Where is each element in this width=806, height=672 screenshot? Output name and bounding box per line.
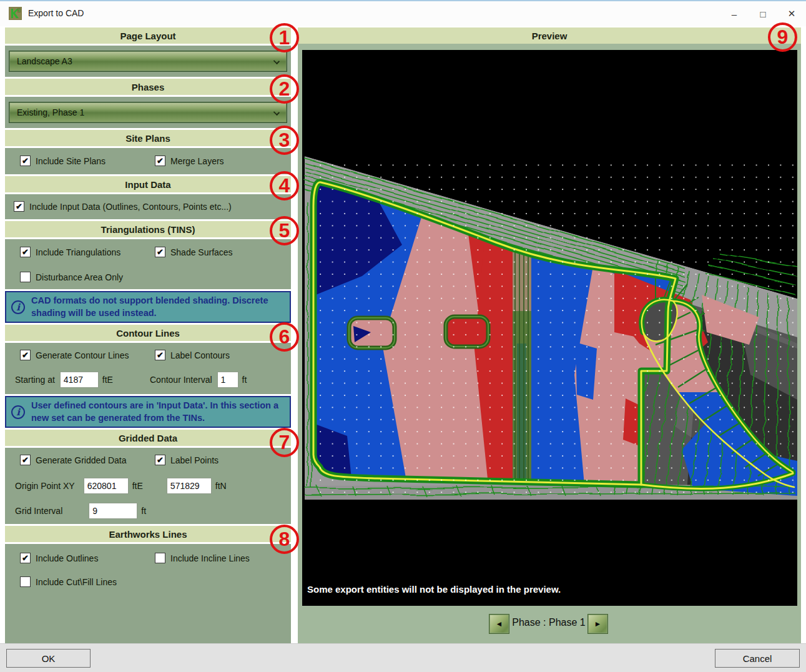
page-layout-value: Landscape A3 [17,56,72,66]
page-layout-dropdown[interactable]: Landscape A3 [9,51,287,72]
contour-interval-input[interactable] [217,372,238,388]
section-header-site-plans: Site Plans [5,130,291,146]
starting-at-label: Starting at [15,375,55,385]
preview-map [302,50,797,606]
include-incline-lines-checkbox[interactable] [155,553,165,563]
include-cutfill-lines-checkbox[interactable] [20,576,31,587]
svg-text:3: 3 [18,8,21,12]
contours-info-text: User defined contours are in 'Input Data… [31,400,285,424]
label-points-label: Label Points [170,455,219,465]
starting-at-input[interactable] [60,372,99,388]
annotation-7: 7 [270,428,299,457]
generate-gridded-data-checkbox[interactable]: ✔ [20,455,31,465]
settings-panel: Page Layout Landscape A3 Phases Existing… [5,27,291,643]
shade-surfaces-checkbox[interactable]: ✔ [155,247,165,257]
title-bar: 3 Export to CAD – □ ✕ [0,1,806,26]
section-header-earthworks: Earthworks Lines [5,526,291,542]
chevron-down-icon [273,58,280,64]
starting-at-unit: ftE [102,375,113,385]
ok-button[interactable]: OK [6,649,91,668]
origin-x-input[interactable] [84,478,129,494]
phases-dropdown[interactable]: Existing, Phase 1 [9,102,287,123]
window-title: Export to CAD [28,8,84,18]
info-icon: i [11,405,25,419]
maximize-icon[interactable]: □ [749,1,777,26]
shading-info-box: i CAD formats do not support blended sha… [5,291,291,323]
phase-bar: ◄ Phase : Phase 1 ► [298,606,801,643]
contour-interval-unit: ft [242,375,247,385]
annotation-1: 1 [270,23,299,52]
export-to-cad-dialog: 3 Export to CAD – □ ✕ Page Layout Landsc… [0,0,806,672]
annotation-9: 9 [768,22,797,52]
include-incline-lines-label: Include Incline Lines [170,553,250,563]
disturbance-area-only-checkbox[interactable] [20,272,31,282]
label-contours-checkbox[interactable]: ✔ [155,350,165,360]
minimize-icon[interactable]: – [720,1,749,26]
arrow-right-icon: ► [594,620,602,628]
annotation-2: 2 [270,74,299,104]
section-header-page-layout: Page Layout [5,27,291,44]
origin-y-input[interactable] [167,478,212,494]
annotation-3: 3 [270,126,299,155]
generate-gridded-data-label: Generate Gridded Data [36,455,127,465]
origin-x-unit: ftE [132,481,143,491]
phase-label: Phase : Phase 1 [500,617,597,628]
include-triangulations-checkbox[interactable]: ✔ [20,247,31,257]
contours-info-box: i User defined contours are in 'Input Da… [5,396,291,428]
grid-interval-unit: ft [141,506,146,516]
include-cutfill-lines-label: Include Cut\Fill Lines [36,577,117,587]
preview-canvas: Some export entities will not be display… [302,50,797,606]
preview-note: Some export entities will not be display… [307,584,561,595]
label-contours-label: Label Contours [170,350,230,360]
chevron-down-icon [273,109,280,116]
annotation-8: 8 [270,525,299,554]
include-outlines-label: Include Outlines [36,553,98,563]
include-site-plans-checkbox[interactable]: ✔ [20,156,31,166]
label-points-checkbox[interactable]: ✔ [155,455,165,465]
generate-contour-lines-checkbox[interactable]: ✔ [20,350,31,360]
include-site-plans-label: Include Site Plans [36,156,106,166]
section-header-input-data: Input Data [5,176,291,192]
include-triangulations-label: Include Triangulations [36,247,120,257]
cancel-button[interactable]: Cancel [715,649,800,668]
annotation-4: 4 [270,171,299,200]
contour-interval-label: Contour Interval [150,375,212,385]
section-header-phases: Phases [5,79,291,95]
shade-surfaces-label: Shade Surfaces [170,247,233,257]
merge-layers-checkbox[interactable]: ✔ [155,156,165,166]
include-outlines-checkbox[interactable]: ✔ [20,553,31,563]
dialog-footer: OK Cancel [0,643,806,672]
origin-point-label: Origin Point XY [15,481,75,491]
generate-contour-lines-label: Generate Contour Lines [36,350,129,360]
preview-header: Preview [298,27,801,44]
section-header-contour-lines: Contour Lines [5,325,291,341]
disturbance-area-only-label: Disturbance Area Only [36,272,123,282]
grid-interval-label: Grid Interval [15,506,62,516]
info-icon: i [11,300,25,314]
section-header-triangulations: Triangulations (TINS) [5,221,291,237]
phase-next-button[interactable]: ► [587,614,608,634]
annotation-5: 5 [270,216,299,245]
section-header-gridded-data: Gridded Data [5,430,291,446]
grid-interval-input[interactable] [89,503,137,519]
app-icon: 3 [9,7,22,20]
include-input-data-label: Include Input Data (Outlines, Contours, … [29,202,232,212]
phases-value: Existing, Phase 1 [17,107,84,117]
annotation-6: 6 [270,322,299,352]
merge-layers-label: Merge Layers [170,156,224,166]
origin-y-unit: ftN [215,481,227,491]
include-input-data-checkbox[interactable]: ✔ [14,201,24,212]
preview-panel: Preview [298,27,801,643]
shading-info-text: CAD formats do not support blended shadi… [31,295,285,319]
